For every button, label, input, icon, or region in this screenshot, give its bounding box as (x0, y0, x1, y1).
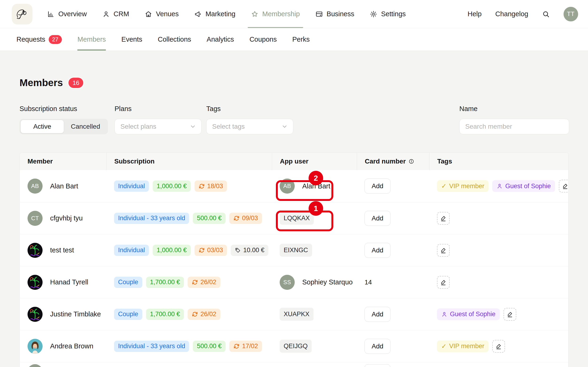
nav-item-overview[interactable]: Overview (47, 0, 87, 28)
pencil-icon (495, 343, 502, 350)
check-icon: ✓ (441, 342, 447, 350)
tags-cell: ✓VIP memberGuest of Sophie (429, 180, 568, 192)
nav-item-label: CRM (114, 10, 129, 18)
plan-badge: Individual - 33 years old (114, 213, 189, 224)
add-card-button[interactable]: Add (364, 364, 390, 367)
tab-label: Coupons (249, 35, 277, 43)
member-cell: Hanad Tyrell (20, 275, 106, 290)
add-card-button[interactable]: Add (364, 211, 390, 226)
tab-coupons[interactable]: Coupons (249, 28, 277, 50)
app-user-code: EIXNGC (280, 244, 312, 257)
edit-tags-button[interactable] (559, 180, 569, 192)
subscription-cell: Individual1,000.00 €18/03 (106, 180, 272, 192)
edit-tags-button[interactable] (492, 340, 505, 353)
user-avatar[interactable]: TT (563, 7, 578, 21)
plan-badge: Couple (114, 277, 142, 288)
status-active-button[interactable]: Active (20, 120, 64, 133)
plan-badge: Individual (114, 180, 149, 192)
help-link[interactable]: Help (468, 10, 482, 18)
card-number-value: 14 (364, 279, 372, 286)
person-icon (102, 10, 110, 18)
main-nav: OverviewCRMVenuesMarketingMembershipBusi… (47, 0, 406, 28)
tag-label: Guest of Sophie (505, 183, 551, 190)
requests-count-badge: 27 (49, 35, 62, 44)
tab-label: Collections (158, 35, 191, 43)
tags-cell: Guest of Sophie (429, 308, 568, 321)
nav-item-settings[interactable]: Settings (370, 0, 406, 28)
price-badge: 500.00 € (193, 213, 225, 224)
tab-events[interactable]: Events (121, 28, 142, 50)
tab-label: Perks (292, 35, 310, 43)
subscription-cell: Individual1,000.00 €03/0310.00 € (106, 245, 272, 256)
members-table: MemberSubscriptionApp userCard numberTag… (19, 152, 569, 367)
card-number-cell: 14 (357, 279, 429, 286)
plans-label: Plans (115, 105, 202, 113)
table-row: Hanad TyrellCouple1,700.00 €26/02SSSophi… (20, 266, 568, 298)
refresh-icon (192, 279, 198, 285)
tags-cell (429, 362, 568, 364)
tag-vip-member: ✓VIP member (437, 180, 489, 192)
add-card-button[interactable]: Add (364, 243, 390, 258)
nav-item-label: Membership (262, 10, 300, 18)
edit-tags-button[interactable] (437, 244, 450, 257)
tags-select[interactable]: Select tags (206, 119, 293, 134)
search-icon[interactable] (542, 10, 550, 18)
tab-label: Analytics (207, 35, 234, 43)
app-user-cell-row-6: QEIJGQ (272, 340, 357, 353)
nav-item-marketing[interactable]: Marketing (194, 0, 235, 28)
renewal-date: 09/03 (242, 215, 258, 222)
tag-label: VIP member (449, 342, 485, 350)
app-user-code: XUAPKX (280, 308, 314, 321)
refresh-icon (233, 343, 240, 349)
tab-analytics[interactable]: Analytics (207, 28, 234, 50)
nav-item-venues[interactable]: Venues (145, 0, 179, 28)
tab-collections[interactable]: Collections (158, 28, 191, 50)
edit-tags-button[interactable] (504, 308, 516, 321)
member-name: Andrea Brown (50, 342, 93, 350)
card-number-cell: Add (357, 362, 429, 367)
status-cancelled-button[interactable]: Cancelled (64, 120, 107, 133)
edit-tags-button[interactable] (437, 212, 450, 225)
plans-select-placeholder: Select plans (120, 123, 157, 130)
column-header-label: Tags (437, 158, 452, 165)
info-icon[interactable] (409, 158, 414, 164)
table-row: ABAlan BartIndividual1,000.00 €18/03ABAl… (20, 170, 568, 202)
tab-perks[interactable]: Perks (292, 28, 310, 50)
nav-item-business[interactable]: Business (315, 0, 355, 28)
megaphone-icon (194, 10, 202, 18)
app-user-code: LQQKAX (280, 212, 314, 225)
tab-requests[interactable]: Requests27 (17, 28, 62, 50)
member-name: cfgvhbj tyu (50, 214, 83, 222)
column-header-subscription: Subscription (106, 153, 272, 170)
plans-select[interactable]: Select plans (115, 119, 202, 134)
bar-chart-icon (47, 10, 55, 18)
renewal-date: 03/03 (207, 247, 223, 254)
add-card-button[interactable]: Add (364, 307, 390, 322)
table-row: Andrea BrownIndividual - 33 years old500… (20, 330, 568, 362)
nav-item-membership[interactable]: Membership (251, 0, 300, 28)
app-user-cell-row-5: XUAPKX (272, 308, 357, 321)
tag-label: VIP member (449, 183, 485, 190)
plan-badge: Couple (114, 309, 142, 320)
topnav-right: Help Changelog TT (468, 7, 578, 21)
person-icon (497, 183, 503, 189)
renewal-badge: 09/03 (229, 213, 262, 224)
table-row: test testIndividual1,000.00 €03/0310.00 … (20, 234, 568, 266)
subscription-cell: Couple1,700.00 €26/02 (106, 309, 272, 320)
changelog-link[interactable]: Changelog (495, 10, 528, 18)
search-member-input[interactable] (459, 119, 569, 134)
nav-item-crm[interactable]: CRM (102, 0, 129, 28)
renewal-badge: 17/02 (229, 341, 262, 352)
refresh-icon (199, 183, 205, 189)
chevron-down-icon (282, 124, 287, 129)
app-logo[interactable] (12, 4, 33, 25)
add-card-button[interactable]: Add (364, 339, 390, 354)
member-name: Alan Bart (50, 182, 78, 190)
edit-tags-button[interactable] (437, 276, 450, 289)
tab-members[interactable]: Members (77, 28, 106, 50)
chevron-down-icon (190, 124, 196, 129)
price-badge: 1,700.00 € (146, 277, 184, 288)
price-badge: 1,700.00 € (146, 309, 184, 320)
add-card-button[interactable]: Add (364, 179, 390, 194)
member-cell (20, 362, 106, 367)
